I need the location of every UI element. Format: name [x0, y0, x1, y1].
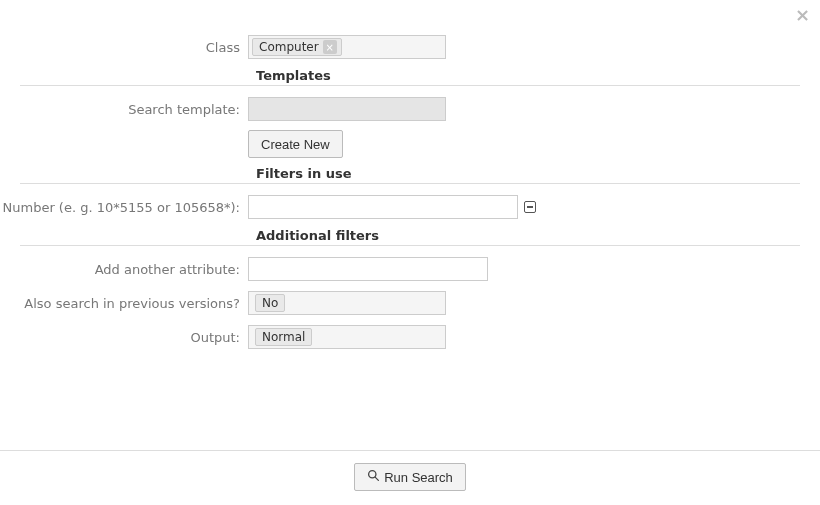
search-template-label: Search template:	[0, 102, 248, 117]
remove-filter-icon[interactable]	[524, 201, 536, 213]
templates-heading: Templates	[256, 68, 331, 83]
class-label: Class	[0, 40, 248, 55]
run-search-label: Run Search	[384, 470, 453, 485]
search-template-input[interactable]	[248, 97, 446, 121]
add-attribute-input[interactable]	[248, 257, 488, 281]
class-field[interactable]: Computer ×	[248, 35, 446, 59]
additional-filters-heading: Additional filters	[256, 228, 379, 243]
number-input[interactable]	[248, 195, 518, 219]
output-select[interactable]: Normal	[248, 325, 446, 349]
close-icon[interactable]: ×	[795, 6, 810, 24]
filters-in-use-heading: Filters in use	[256, 166, 352, 181]
add-attribute-label: Add another attribute:	[0, 262, 248, 277]
svg-line-1	[375, 477, 378, 480]
create-new-label: Create New	[261, 137, 330, 152]
prev-versions-select[interactable]: No	[248, 291, 446, 315]
prev-versions-label: Also search in previous versions?	[0, 296, 248, 311]
remove-tag-icon[interactable]: ×	[323, 40, 337, 54]
class-tag-text: Computer	[259, 40, 319, 54]
class-tag[interactable]: Computer ×	[252, 38, 342, 56]
run-search-button[interactable]: Run Search	[354, 463, 466, 491]
output-value: Normal	[255, 328, 312, 346]
search-icon	[367, 469, 380, 485]
number-label: Number (e. g. 10*5155 or 105658*):	[0, 200, 248, 215]
prev-versions-value: No	[255, 294, 285, 312]
create-new-button[interactable]: Create New	[248, 130, 343, 158]
output-label: Output:	[0, 330, 248, 345]
